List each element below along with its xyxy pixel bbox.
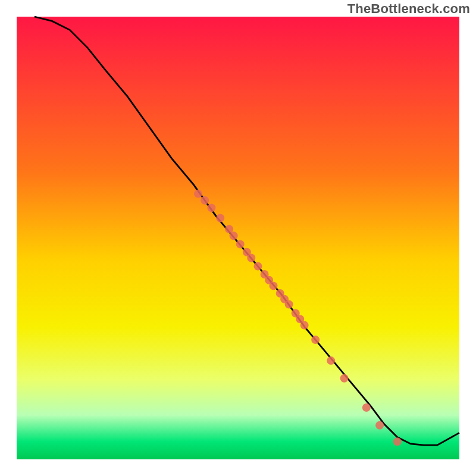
data-point <box>194 190 202 198</box>
data-point <box>300 321 309 330</box>
chart-container: TheBottleneck.com <box>0 0 476 476</box>
data-point <box>285 300 293 309</box>
data-point <box>207 203 215 212</box>
chart-svg <box>0 0 476 476</box>
data-point <box>254 262 262 271</box>
data-point <box>362 403 371 412</box>
data-point <box>327 356 335 365</box>
watermark-text: TheBottleneck.com <box>347 1 470 17</box>
data-point <box>230 231 238 240</box>
data-point <box>340 374 349 383</box>
plot-background <box>17 17 459 459</box>
data-point <box>311 336 320 344</box>
data-point <box>375 421 384 430</box>
data-point <box>393 437 402 446</box>
data-point <box>247 254 255 262</box>
data-point <box>270 281 278 290</box>
data-point <box>201 196 209 205</box>
plot-area <box>17 17 459 459</box>
data-point <box>236 240 245 248</box>
data-point <box>216 214 224 223</box>
